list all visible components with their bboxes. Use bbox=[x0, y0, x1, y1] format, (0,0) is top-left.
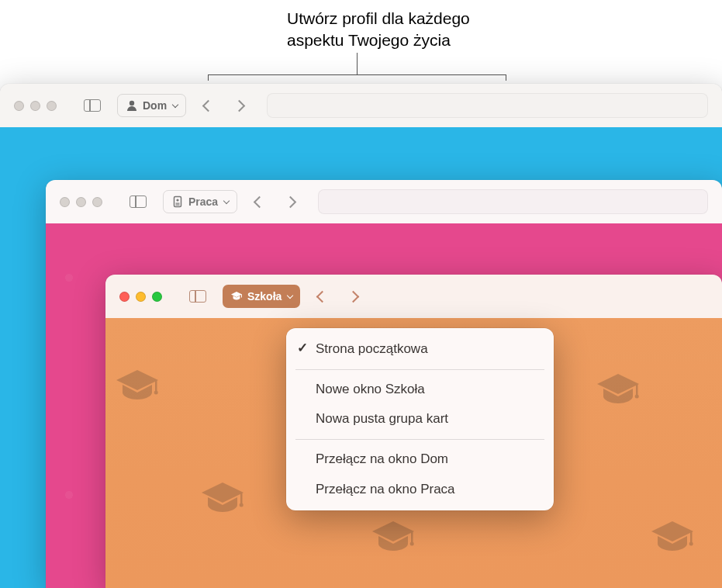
menu-item-new-tab-group[interactable]: Nowa pusta grupa kart bbox=[286, 404, 554, 434]
sidebar-icon bbox=[130, 195, 147, 208]
traffic-lights bbox=[119, 292, 162, 302]
back-button[interactable] bbox=[195, 94, 219, 117]
chevron-right-icon bbox=[286, 197, 295, 206]
back-button[interactable] bbox=[247, 190, 270, 213]
close-button[interactable] bbox=[119, 292, 130, 302]
menu-item-switch-dom[interactable]: Przełącz na okno Dom bbox=[286, 444, 554, 475]
maximize-button[interactable] bbox=[152, 292, 162, 302]
close-button[interactable] bbox=[60, 197, 70, 207]
chevron-left-icon bbox=[202, 101, 212, 110]
callout-text: Utwórz profil dla każdego aspektu Twojeg… bbox=[287, 8, 470, 52]
minimize-button[interactable] bbox=[136, 292, 146, 302]
menu-item-start-page[interactable]: Strona początkowa bbox=[286, 334, 554, 365]
chevron-left-icon bbox=[316, 292, 326, 301]
traffic-lights bbox=[60, 197, 102, 207]
traffic-lights bbox=[14, 101, 57, 111]
toolbar: Praca bbox=[46, 180, 722, 223]
callout-connector bbox=[208, 74, 506, 75]
address-bar[interactable] bbox=[318, 189, 708, 214]
forward-button[interactable] bbox=[279, 190, 302, 213]
close-button[interactable] bbox=[14, 101, 24, 111]
profile-switcher-button[interactable]: Praca bbox=[163, 190, 237, 213]
menu-separator bbox=[295, 369, 544, 370]
callout-line: aspektu Twojego życia bbox=[287, 29, 470, 51]
profile-switcher-button[interactable]: Szkoła bbox=[223, 285, 300, 308]
menu-item-label: Nowa pusta grupa kart bbox=[316, 410, 448, 429]
maximize-button[interactable] bbox=[92, 197, 102, 207]
profile-switcher-button[interactable]: Dom bbox=[117, 94, 186, 117]
id-badge-icon bbox=[171, 195, 184, 208]
maximize-button[interactable] bbox=[47, 101, 57, 111]
graduation-cap-icon bbox=[230, 290, 243, 303]
callout-connector bbox=[357, 53, 358, 74]
profile-label: Praca bbox=[188, 195, 218, 208]
sidebar-icon bbox=[84, 99, 101, 112]
menu-item-new-window[interactable]: Nowe okno Szkoła bbox=[286, 375, 554, 405]
chevron-down-icon bbox=[223, 198, 230, 206]
menu-item-label: Strona początkowa bbox=[316, 340, 428, 359]
toolbar: Szkoła bbox=[105, 275, 722, 318]
person-icon bbox=[126, 99, 138, 112]
sidebar-toggle-button[interactable] bbox=[77, 94, 108, 117]
chevron-down-icon bbox=[286, 292, 294, 300]
sidebar-toggle-button[interactable] bbox=[123, 190, 154, 213]
callout-line: Utwórz profil dla każdego bbox=[287, 8, 470, 29]
chevron-right-icon bbox=[349, 292, 358, 301]
sidebar-toggle-button[interactable] bbox=[182, 285, 213, 308]
address-bar[interactable] bbox=[267, 93, 708, 118]
back-button[interactable] bbox=[309, 285, 333, 308]
profile-label: Dom bbox=[143, 99, 167, 112]
sidebar-icon bbox=[189, 290, 206, 303]
profile-menu: Strona początkowa Nowe okno Szkoła Nowa … bbox=[286, 328, 554, 510]
menu-item-label: Nowe okno Szkoła bbox=[316, 380, 425, 399]
minimize-button[interactable] bbox=[30, 101, 40, 111]
chevron-right-icon bbox=[235, 101, 244, 110]
chevron-left-icon bbox=[254, 197, 263, 206]
chevron-down-icon bbox=[171, 102, 179, 109]
forward-button[interactable] bbox=[228, 94, 251, 117]
profile-label: Szkoła bbox=[247, 290, 282, 303]
toolbar: Dom bbox=[0, 84, 722, 127]
menu-item-switch-praca[interactable]: Przełącz na okno Praca bbox=[286, 475, 554, 505]
forward-button[interactable] bbox=[342, 285, 365, 308]
menu-separator bbox=[295, 439, 544, 440]
minimize-button[interactable] bbox=[76, 197, 86, 207]
menu-item-label: Przełącz na okno Dom bbox=[316, 450, 448, 469]
menu-item-label: Przełącz na okno Praca bbox=[316, 480, 455, 500]
